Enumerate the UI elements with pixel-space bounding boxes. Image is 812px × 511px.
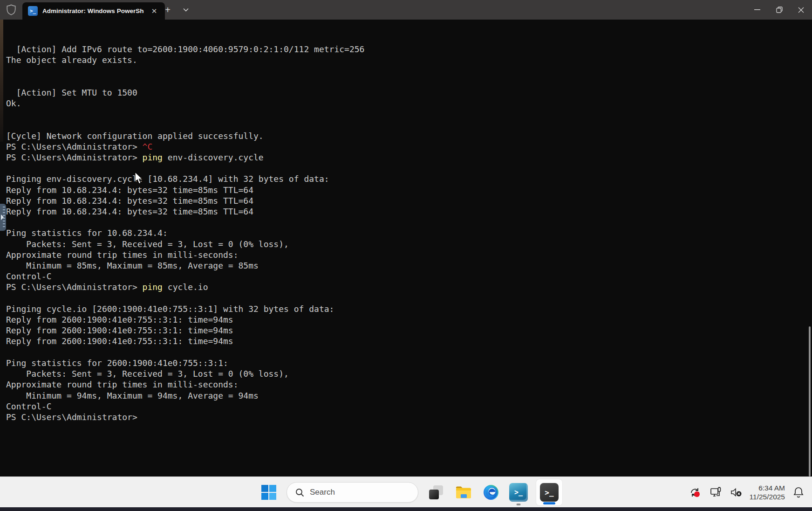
terminal-line: Minimum = 85ms, Maximum = 85ms, Average … (6, 260, 364, 271)
terminal-viewport[interactable]: [Action] Add IPv6 route to=2600:1900:406… (0, 20, 812, 476)
terminal-line: Minimum = 94ms, Maximum = 94ms, Average … (6, 390, 364, 401)
terminal-app-button-active[interactable]: >_ (536, 479, 562, 505)
terminal-line: PS C:\Users\Administrator> ^C (6, 141, 364, 152)
terminal-line: Reply from 2600:1900:41e0:755::3:1: time… (6, 314, 364, 325)
notification-center-button[interactable] (792, 483, 805, 502)
powershell-app-button[interactable]: >_ (509, 483, 528, 502)
terminal-line: Reply from 2600:1900:41e0:755::3:1: time… (6, 325, 364, 336)
terminal-output: [Action] Add IPv6 route to=2600:1900:406… (6, 44, 364, 422)
terminal-line: Ok. (6, 98, 364, 109)
new-tab-button[interactable]: + (160, 3, 176, 17)
terminal-line: Approximate round trip times in milli-se… (6, 249, 364, 260)
edge-icon (483, 484, 499, 500)
terminal-line: PS C:\Users\Administrator> ping env-disc… (6, 152, 364, 163)
terminal-line (6, 217, 364, 228)
terminal-line (6, 76, 364, 87)
terminal-scrollbar[interactable] (809, 326, 811, 476)
terminal-line: Reply from 10.68.234.4: bytes=32 time=85… (6, 185, 364, 195)
terminal-line: The object already exists. (6, 55, 364, 65)
terminal-line (6, 293, 364, 304)
minimize-button[interactable] (746, 0, 768, 20)
admin-shield-icon (6, 4, 16, 15)
terminal-line: Reply from 10.68.234.4: bytes=32 time=85… (6, 206, 364, 217)
restore-icon (776, 7, 783, 13)
tab-close-icon[interactable]: ✕ (148, 5, 160, 17)
terminal-line: Control-C (6, 401, 364, 412)
search-icon (295, 488, 304, 497)
desktop-screen: >_ Administrator: Windows PowerShell ✕ + (0, 0, 812, 511)
active-indicator (543, 502, 555, 504)
file-explorer-button[interactable] (454, 483, 473, 502)
terminal-line: Packets: Sent = 3, Received = 3, Lost = … (6, 368, 364, 379)
taskbar: Search (0, 476, 812, 507)
monitor-plug-icon (710, 486, 722, 498)
terminal-line: Reply from 10.68.234.4: bytes=32 time=85… (6, 195, 364, 206)
restore-button[interactable] (768, 0, 790, 20)
tab-dropdown-button[interactable] (178, 3, 194, 17)
terminal-line (6, 163, 364, 173)
task-view-button[interactable] (426, 483, 446, 502)
system-tray: 6:34 AM 11/25/2025 (688, 477, 805, 508)
volume-muted-icon (730, 486, 742, 498)
powershell-app-icon: >_ (509, 483, 528, 502)
search-placeholder: Search (310, 488, 335, 497)
minimize-icon (754, 9, 760, 10)
screen-edge-handle[interactable] (0, 204, 6, 231)
clock-date: 11/25/2025 (750, 492, 785, 501)
terminal-line: Ping statistics for 2600:1900:41e0:755::… (6, 358, 364, 368)
volume-tray-button[interactable] (729, 483, 743, 502)
terminal-line: [Action] Add IPv6 route to=2600:1900:406… (6, 44, 364, 55)
terminal-line (6, 109, 364, 119)
tab-title: Administrator: Windows PowerShell (42, 7, 144, 14)
window-controls (746, 0, 812, 20)
titlebar[interactable]: >_ Administrator: Windows PowerShell ✕ + (0, 0, 812, 20)
terminal-line: Pinging cycle.io [2600:1900:41e0:755::3:… (6, 304, 364, 314)
sync-update-icon (689, 486, 701, 498)
clock[interactable]: 6:34 AM 11/25/2025 (750, 483, 785, 501)
terminal-line (6, 65, 364, 76)
terminal-line: Ping statistics for 10.68.234.4: (6, 228, 364, 238)
mouse-cursor (134, 172, 144, 186)
edge-button[interactable] (481, 483, 501, 502)
terminal-line (6, 119, 364, 130)
close-button[interactable] (790, 0, 812, 20)
start-button[interactable] (259, 483, 279, 502)
chevron-down-icon (183, 8, 189, 12)
terminal-line: PS C:\Users\Administrator> ping cycle.io (6, 282, 364, 292)
terminal-line: Approximate round trip times in milli-se… (6, 379, 364, 390)
terminal-line: Reply from 2600:1900:41e0:755::3:1: time… (6, 336, 364, 346)
expand-arrow-icon (1, 214, 4, 220)
update-restart-tray-button[interactable] (688, 483, 702, 502)
terminal-line: [Cycle] Network configuration applied su… (6, 131, 364, 141)
display-device-tray-button[interactable] (709, 483, 723, 502)
terminal-line: Control-C (6, 271, 364, 282)
powershell-tab-icon: >_ (28, 6, 38, 16)
terminal-line: Packets: Sent = 3, Received = 3, Lost = … (6, 239, 364, 249)
search-input[interactable]: Search (287, 482, 418, 503)
screen-bottom-edge (0, 507, 812, 511)
terminal-line: Pinging env-discovery.cycle [10.68.234.4… (6, 173, 364, 184)
running-indicator (517, 504, 521, 505)
tab-powershell[interactable]: >_ Administrator: Windows PowerShell ✕ (22, 2, 165, 20)
terminal-line: [Action] Set MTU to 1500 (6, 87, 364, 98)
clock-time: 6:34 AM (750, 483, 785, 492)
taskbar-center-group: Search (259, 477, 562, 508)
terminal-line: PS C:\Users\Administrator> (6, 412, 364, 422)
windows-logo-icon (261, 485, 276, 500)
bell-icon (793, 486, 804, 498)
terminal-line (6, 347, 364, 358)
terminal-app-icon: >_ (540, 483, 559, 502)
wallpaper-edge (0, 20, 3, 142)
close-icon (798, 7, 804, 13)
task-view-icon (429, 485, 443, 499)
folder-icon (455, 485, 472, 499)
